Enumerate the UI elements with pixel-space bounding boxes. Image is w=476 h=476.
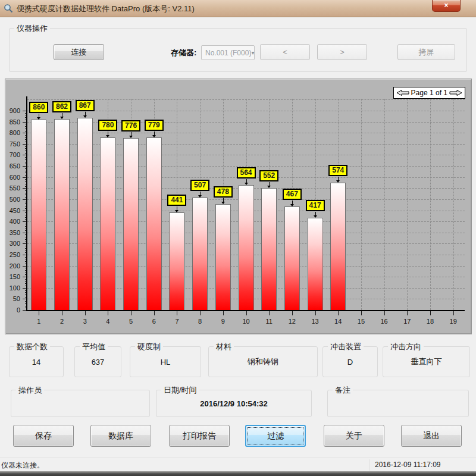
bar[interactable]	[308, 218, 323, 310]
bar[interactable]	[284, 206, 300, 310]
y-tick-label: 750	[5, 140, 20, 148]
bar-value-label: 862	[52, 101, 71, 112]
connect-button[interactable]: 连接	[54, 44, 104, 60]
bar[interactable]	[146, 137, 162, 310]
x-tick-label: 13	[308, 318, 322, 325]
bar-value-label: 860	[29, 102, 48, 113]
x-tick	[407, 311, 408, 315]
x-tick-label: 2	[55, 318, 69, 325]
y-tick-label: 150	[5, 273, 20, 280]
x-tick	[177, 311, 177, 315]
chart-panel: 0501001502002503003504004505005506006507…	[5, 79, 472, 334]
bar[interactable]	[169, 212, 184, 310]
x-tick-label: 11	[262, 318, 276, 325]
memory-select-value: No.001 (F000)	[202, 49, 251, 57]
page-navigator: Page 1 of 1	[393, 87, 465, 99]
x-tick	[315, 311, 316, 315]
x-tick	[131, 311, 131, 315]
bar-value-label: 779	[145, 120, 164, 131]
close-icon: ×	[444, 1, 448, 10]
page-next-icon[interactable]	[449, 89, 462, 96]
bar[interactable]	[54, 119, 70, 310]
bar-value-label: 507	[190, 180, 209, 191]
x-tick	[384, 311, 385, 315]
x-tick	[62, 311, 62, 315]
status-bar: 仪器未连接。 2016-12-09 11:17:09	[0, 458, 476, 472]
field-data-count-value: 14	[10, 347, 63, 377]
field-impact-direction-value: 垂直向下	[383, 347, 469, 377]
filter-button[interactable]: 过滤	[245, 425, 306, 447]
bar[interactable]	[261, 188, 277, 310]
v-gridline	[407, 99, 408, 310]
label-arrow-head	[336, 180, 340, 183]
save-button[interactable]: 保存	[13, 425, 74, 447]
database-button[interactable]: 数据库	[90, 425, 151, 447]
x-axis-line	[26, 310, 465, 311]
y-tick-label: 250	[5, 251, 20, 258]
bar-value-label: 574	[328, 165, 347, 176]
y-tick-label: 850	[5, 118, 20, 126]
next-memory-button[interactable]: >	[317, 44, 367, 60]
field-remarks: 备注	[327, 390, 469, 417]
remarks-input[interactable]	[328, 390, 468, 416]
x-tick-label: 7	[170, 318, 184, 325]
bar[interactable]	[123, 138, 139, 310]
label-arrow-head	[245, 183, 248, 185]
memory-label: 存储器:	[171, 48, 196, 58]
x-tick-label: 15	[354, 318, 368, 325]
window-bottom-edge	[0, 471, 476, 476]
field-data-count: 数据个数 14	[9, 346, 64, 377]
field-impact-device: 冲击装置 D	[322, 346, 378, 377]
x-tick	[108, 311, 108, 315]
x-tick	[338, 311, 339, 315]
x-tick	[223, 311, 224, 315]
bar-chart: 0501001502002503003504004505005506006507…	[5, 79, 471, 334]
field-operator: 操作员	[11, 390, 150, 417]
label-arrow-head	[152, 135, 156, 137]
operator-input[interactable]	[11, 390, 149, 416]
y-tick-label: 200	[5, 262, 20, 270]
field-hardness-scale-value: HL	[130, 347, 201, 377]
y-tick-label: 550	[5, 184, 20, 192]
x-tick	[292, 311, 293, 315]
bar[interactable]	[77, 118, 93, 310]
x-tick-label: 12	[285, 318, 299, 325]
exit-button[interactable]: 退出	[401, 425, 462, 447]
v-gridline	[430, 99, 431, 310]
print-report-button[interactable]: 打印报告	[169, 425, 230, 447]
prev-memory-button[interactable]: <	[260, 44, 310, 60]
bar-value-label: 417	[306, 200, 325, 211]
v-gridline	[453, 99, 454, 310]
x-tick	[85, 311, 86, 315]
memory-select[interactable]: No.001 (F000) ▾	[201, 45, 255, 60]
bar[interactable]	[192, 198, 208, 310]
label-arrow-head	[290, 204, 294, 206]
y-axis-line	[26, 96, 27, 311]
y-tick-label: 400	[5, 218, 20, 225]
x-tick	[269, 311, 270, 315]
bar-value-label: 867	[76, 100, 95, 111]
page-prev-icon[interactable]	[396, 89, 409, 96]
x-tick-label: 1	[32, 318, 46, 325]
x-tick	[246, 311, 247, 315]
bar[interactable]	[31, 120, 46, 310]
field-material-value: 钢和铸钢	[209, 347, 317, 377]
copy-screen-button[interactable]: 拷屏	[397, 44, 455, 60]
x-tick-label: 6	[147, 318, 161, 325]
y-tick-label: 700	[5, 151, 20, 158]
window-title: 便携式硬度计数据处理软件 DataPro (版本号: V2.11)	[17, 4, 195, 14]
about-button[interactable]: 关于	[324, 425, 384, 447]
bar-value-label: 780	[98, 120, 117, 131]
x-tick	[453, 311, 454, 315]
bar-value-label: 441	[167, 195, 186, 206]
bar-value-label: 776	[121, 120, 140, 131]
x-tick	[430, 311, 431, 315]
title-bar: 便携式硬度计数据处理软件 DataPro (版本号: V2.11) ×	[0, 0, 476, 17]
bar[interactable]	[239, 185, 254, 310]
close-button[interactable]: ×	[432, 0, 461, 12]
chevron-down-icon: ▾	[251, 49, 254, 56]
bar[interactable]	[330, 183, 346, 310]
bar[interactable]	[215, 204, 231, 310]
bar[interactable]	[100, 137, 115, 310]
window: 便携式硬度计数据处理软件 DataPro (版本号: V2.11) × 仪器操作…	[0, 0, 476, 476]
